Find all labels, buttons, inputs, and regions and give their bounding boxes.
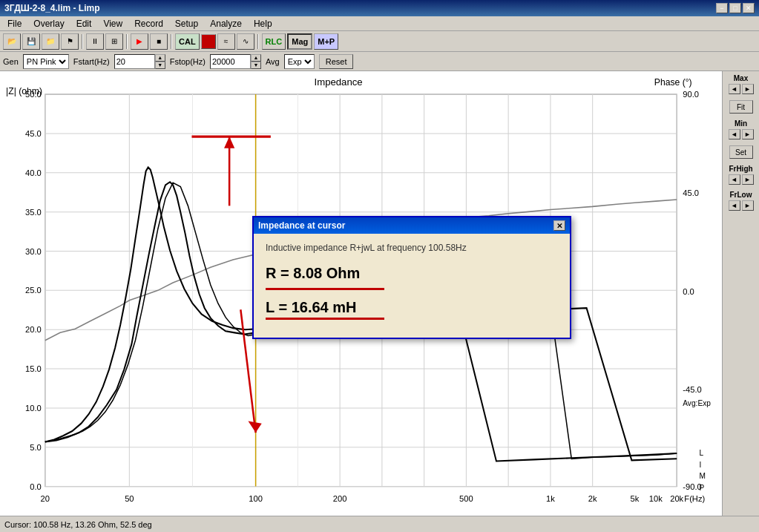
rlc-button[interactable]: RLC (262, 33, 286, 50)
min-down-button[interactable]: ► (742, 129, 754, 139)
frlow-left-button[interactable]: ◄ (729, 200, 740, 211)
svg-text:Impedance: Impedance (315, 76, 363, 88)
svg-text:45.0: 45.0 (25, 129, 42, 138)
max-down-button[interactable]: ► (742, 84, 754, 94)
svg-text:500: 500 (459, 494, 473, 503)
dialog-r-underline (266, 288, 384, 290)
min-up-button[interactable]: ◄ (729, 129, 740, 139)
chart-container[interactable]: |Z| (ohm) Impedance Phase (°) (0, 71, 722, 516)
svg-text:5.0: 5.0 (30, 443, 41, 452)
fit-section: Fit (729, 100, 753, 114)
menu-analyze[interactable]: Analyze (206, 18, 246, 30)
menu-record[interactable]: Record (130, 18, 168, 30)
fit-button[interactable]: Fit (729, 100, 753, 114)
dialog-subtitle: Inductive impedance R+jwL at frequency 1… (266, 243, 558, 253)
right-panel: Max ◄ ► Fit Min ◄ ► Set FrHigh ◄ ► (722, 71, 759, 516)
menu-setup[interactable]: Setup (171, 18, 203, 30)
avg-select[interactable]: Exp (284, 54, 315, 69)
toolbar-play[interactable]: ▶ (131, 33, 148, 50)
toolbar-folder[interactable]: 📁 (42, 33, 59, 50)
svg-text:0.0: 0.0 (683, 286, 694, 295)
max-arrows: ◄ ► (729, 84, 754, 94)
set-button[interactable]: Set (729, 145, 753, 159)
svg-text:5k: 5k (631, 494, 640, 503)
fstop-down[interactable]: ▼ (251, 62, 261, 69)
min-section: Min ◄ ► (729, 119, 754, 139)
toolbar-save[interactable]: 💾 (22, 33, 40, 50)
gen-label: Gen (3, 57, 19, 66)
svg-text:Phase (°): Phase (°) (654, 77, 692, 88)
frhigh-left-button[interactable]: ◄ (729, 174, 740, 185)
min-label: Min (735, 119, 747, 128)
svg-text:50.0: 50.0 (25, 90, 42, 99)
status-text: Cursor: 100.58 Hz, 13.26 Ohm, 52.5 deg (4, 520, 152, 529)
frhigh-right-button[interactable]: ► (742, 174, 754, 185)
toolbar-open[interactable]: 📂 (3, 33, 21, 50)
dialog-r-value: R = 8.08 Ohm (266, 265, 558, 282)
toolbar-pause[interactable]: ⏸ (86, 33, 104, 50)
svg-text:15.0: 15.0 (25, 364, 42, 373)
close-button[interactable]: ✕ (743, 3, 755, 13)
fstart-spinbtns: ▲ ▼ (155, 54, 165, 69)
svg-text:2k: 2k (588, 494, 597, 503)
max-up-button[interactable]: ◄ (729, 84, 740, 94)
gen-select[interactable]: PN Pink (23, 54, 69, 69)
menu-view[interactable]: View (99, 18, 127, 30)
svg-text:M: M (700, 472, 706, 480)
separator-3 (171, 34, 172, 49)
svg-text:50: 50 (125, 494, 134, 503)
separator-2 (126, 34, 128, 49)
minimize-button[interactable]: − (716, 3, 728, 13)
set-section: Set (729, 145, 753, 159)
svg-text:25.0: 25.0 (25, 286, 42, 295)
min-arrows: ◄ ► (729, 129, 754, 139)
svg-text:P: P (700, 484, 705, 492)
frhigh-arrows: ◄ ► (729, 174, 754, 185)
toolbar-flag[interactable]: ⚑ (61, 33, 79, 50)
reset-button[interactable]: Reset (319, 54, 354, 69)
dialog-body: Inductive impedance R+jwL at frequency 1… (254, 234, 570, 338)
frlow-right-button[interactable]: ► (742, 200, 754, 211)
fstart-input[interactable] (114, 54, 155, 69)
svg-text:L: L (700, 449, 704, 457)
fstart-down[interactable]: ▼ (155, 62, 165, 69)
svg-text:I: I (700, 461, 702, 469)
maximize-button[interactable]: □ (729, 3, 741, 13)
svg-text:Avg:Exp: Avg:Exp (683, 399, 711, 407)
separator-4 (257, 34, 259, 49)
svg-text:20.0: 20.0 (25, 325, 42, 334)
svg-text:1k: 1k (546, 494, 555, 503)
svg-text:10k: 10k (649, 494, 663, 503)
menu-edit[interactable]: Edit (72, 18, 96, 30)
toolbar-sine[interactable]: ∿ (237, 33, 254, 50)
toolbar-grid[interactable]: ⊞ (105, 33, 123, 50)
fstop-input[interactable] (210, 54, 251, 69)
svg-text:20k: 20k (670, 494, 683, 503)
frlow-section: FrLow ◄ ► (729, 191, 754, 211)
cal-button[interactable]: CAL (175, 33, 200, 50)
max-label: Max (734, 74, 748, 82)
fstart-up[interactable]: ▲ (155, 54, 165, 62)
fstop-spinner: ▲ ▼ (210, 54, 261, 69)
dialog-close-button[interactable]: ✕ (553, 220, 565, 231)
fstop-up[interactable]: ▲ (251, 54, 261, 62)
frlow-label: FrLow (730, 191, 752, 199)
frhigh-section: FrHigh ◄ ► (729, 165, 754, 185)
mag-button[interactable]: Mag (287, 33, 312, 50)
svg-text:10.0: 10.0 (25, 404, 42, 413)
toolbar-wave[interactable]: ≈ (217, 33, 235, 50)
menu-overlay[interactable]: Overlay (29, 18, 68, 30)
impedance-dialog: Impedance at cursor ✕ Inductive impedanc… (252, 216, 571, 339)
mp-button[interactable]: M+P (314, 33, 338, 50)
menu-help[interactable]: Help (249, 18, 277, 30)
dialog-title: Impedance at cursor (258, 220, 345, 231)
frhigh-label: FrHigh (729, 165, 752, 173)
toolbar-flag2[interactable] (201, 34, 216, 49)
menu-file[interactable]: File (3, 18, 26, 30)
dialog-l-underline (266, 318, 384, 320)
toolbar-stop[interactable]: ■ (150, 33, 168, 50)
svg-text:40.0: 40.0 (25, 168, 42, 177)
frlow-arrows: ◄ ► (729, 200, 754, 211)
window-controls: − □ ✕ (716, 3, 755, 13)
fstart-label: Fstart(Hz) (73, 57, 110, 66)
